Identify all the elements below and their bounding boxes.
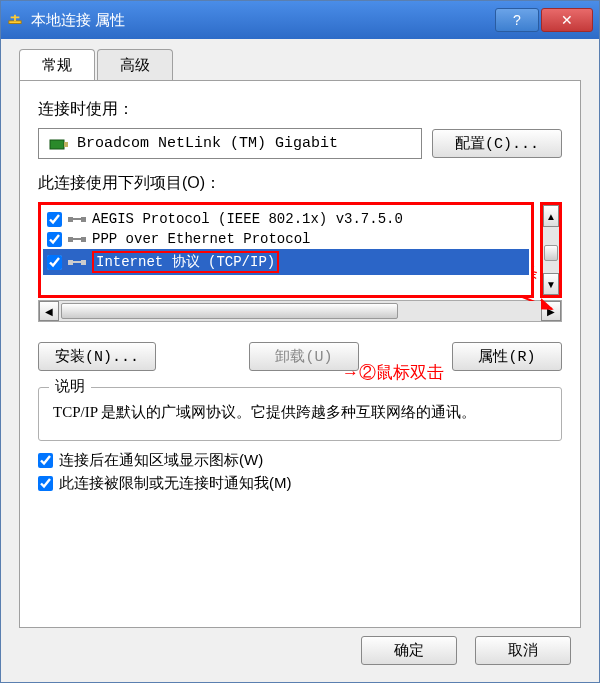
- protocol-icon: [68, 213, 86, 225]
- list-item[interactable]: PPP over Ethernet Protocol: [43, 229, 529, 249]
- item-checkbox[interactable]: [47, 212, 62, 227]
- help-button[interactable]: ?: [495, 8, 539, 32]
- tab-strip: 常规 高级: [19, 49, 581, 81]
- connect-using-label: 连接时使用：: [38, 99, 562, 120]
- svg-rect-7: [81, 217, 86, 222]
- adapter-field: Broadcom NetLink (TM) Gigabit: [38, 128, 422, 159]
- svg-rect-10: [81, 237, 86, 242]
- svg-rect-0: [9, 21, 21, 24]
- list-item-selected[interactable]: Internet 协议 (TCP/IP): [43, 249, 529, 275]
- app-icon: [7, 12, 23, 28]
- items-label: 此连接使用下列项目(O)：: [38, 173, 562, 194]
- annotation-dblclick: →②鼠标双击: [342, 361, 444, 384]
- nic-icon: [49, 137, 69, 151]
- svg-rect-12: [68, 260, 73, 265]
- scroll-left-button[interactable]: ◀: [39, 301, 59, 321]
- item-label: AEGIS Protocol (IEEE 802.1x) v3.7.5.0: [92, 211, 403, 227]
- tab-general[interactable]: 常规: [19, 49, 95, 81]
- svg-rect-4: [64, 142, 68, 147]
- close-button[interactable]: ✕: [541, 8, 593, 32]
- item-label: PPP over Ethernet Protocol: [92, 231, 310, 247]
- properties-button[interactable]: 属性(R): [452, 342, 562, 371]
- protocol-icon: [68, 256, 86, 268]
- components-listbox[interactable]: AEGIS Protocol (IEEE 802.1x) v3.7.5.0 PP…: [38, 202, 534, 298]
- install-button[interactable]: 安装(N)...: [38, 342, 156, 371]
- description-label: 说明: [49, 377, 91, 396]
- adapter-name: Broadcom NetLink (TM) Gigabit: [77, 135, 338, 152]
- horizontal-scrollbar[interactable]: ◀ ▶: [38, 300, 562, 322]
- scroll-right-button[interactable]: ▶: [541, 301, 561, 321]
- item-label: Internet 协议 (TCP/IP): [92, 251, 279, 273]
- svg-rect-13: [81, 260, 86, 265]
- configure-button[interactable]: 配置(C)...: [432, 129, 562, 158]
- cancel-button[interactable]: 取消: [475, 636, 571, 665]
- notify-limited-label: 此连接被限制或无连接时通知我(M): [59, 474, 292, 493]
- window-controls: ? ✕: [495, 8, 593, 32]
- svg-rect-6: [68, 217, 73, 222]
- notify-limited-checkbox[interactable]: [38, 476, 53, 491]
- scroll-up-button[interactable]: ▲: [543, 205, 559, 227]
- vertical-scrollbar[interactable]: ▲ ▼: [540, 202, 562, 298]
- dialog-body: 常规 高级 连接时使用： Broadcom NetLink (TM) Gigab…: [1, 39, 599, 682]
- item-checkbox[interactable]: [47, 232, 62, 247]
- scroll-track-h[interactable]: [59, 301, 541, 321]
- scroll-down-button[interactable]: ▼: [543, 273, 559, 295]
- description-group: 说明 TCP/IP 是默认的广域网协议。它提供跨越多种互联网络的通讯。: [38, 387, 562, 441]
- window-title: 本地连接 属性: [31, 11, 495, 30]
- list-item[interactable]: AEGIS Protocol (IEEE 802.1x) v3.7.5.0: [43, 209, 529, 229]
- scroll-thumb[interactable]: [544, 245, 558, 261]
- item-checkbox[interactable]: [47, 255, 62, 270]
- description-text: TCP/IP 是默认的广域网协议。它提供跨越多种互联网络的通讯。: [53, 400, 547, 424]
- ok-button[interactable]: 确定: [361, 636, 457, 665]
- protocol-icon: [68, 233, 86, 245]
- show-icon-label: 连接后在通知区域显示图标(W): [59, 451, 263, 470]
- tab-advanced[interactable]: 高级: [97, 49, 173, 81]
- properties-dialog: 本地连接 属性 ? ✕ 常规 高级 连接时使用： Broadcom NetLin…: [0, 0, 600, 683]
- tab-content: 连接时使用： Broadcom NetLink (TM) Gigabit 配置(…: [19, 80, 581, 628]
- title-bar: 本地连接 属性 ? ✕: [1, 1, 599, 39]
- svg-rect-3: [50, 140, 64, 149]
- svg-rect-9: [68, 237, 73, 242]
- show-icon-checkbox[interactable]: [38, 453, 53, 468]
- scroll-track[interactable]: [543, 227, 559, 273]
- scroll-thumb-h[interactable]: [61, 303, 398, 319]
